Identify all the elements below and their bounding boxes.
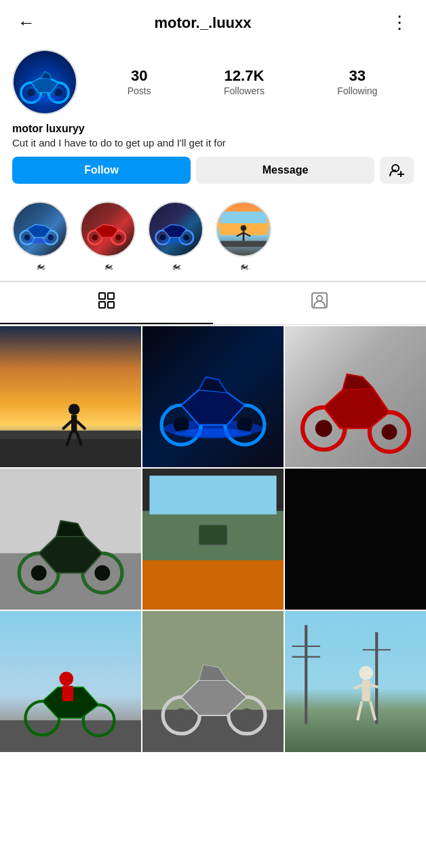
highlight-circle-3 [148,201,204,257]
svg-point-86 [359,666,373,680]
following-stat[interactable]: 33 Following [337,67,377,97]
highlight-1[interactable]: 🏍 [12,201,68,271]
following-label: Following [337,85,377,96]
grid-item-9[interactable]: ▶ [285,611,426,752]
svg-rect-30 [108,293,114,299]
svg-point-12 [26,239,52,243]
posts-label: Posts [128,85,151,96]
svg-rect-69 [0,720,141,752]
header: ← motor._.luuxx ⋮ [0,0,426,43]
followers-stat[interactable]: 12.7K Followers [224,67,265,97]
highlight-label-3: 🏍 [172,261,180,271]
follow-button[interactable]: Follow [12,157,191,184]
tab-bar [0,281,426,325]
svg-rect-66 [199,525,227,545]
highlight-label-2: 🏍 [104,261,113,271]
display-name: motor luxuryy [12,123,414,135]
svg-rect-29 [99,293,105,299]
add-person-icon [389,163,404,177]
highlight-moto-2 [84,212,132,247]
grid-item-7[interactable]: ▶ [0,611,141,752]
photo-grid: ▶ ▶ ▶ [0,326,426,752]
svg-point-54 [315,420,332,437]
message-button[interactable]: Message [196,157,374,184]
svg-point-61 [94,565,110,580]
svg-rect-73 [62,686,74,701]
svg-rect-65 [149,475,276,514]
highlight-label-1: 🏍 [36,261,45,271]
header-title: motor._.luuxx [20,14,385,32]
svg-point-55 [381,425,397,440]
highlight-3[interactable]: 🏍 [148,201,204,271]
menu-button[interactable]: ⋮ [385,9,414,36]
svg-point-50 [174,429,252,439]
svg-rect-36 [0,435,141,467]
grid-item-6[interactable]: ▶ [285,469,426,610]
tab-grid[interactable] [0,282,213,324]
grid-icon [98,292,115,313]
grid-item-5[interactable]: ▶ [142,469,284,610]
svg-point-25 [241,225,247,231]
svg-rect-39 [71,415,77,433]
svg-point-60 [31,565,47,580]
svg-point-38 [69,403,80,415]
grid-item-1[interactable] [0,326,141,467]
grid-item-8[interactable] [142,611,284,752]
svg-point-2 [27,89,35,96]
highlight-person-4 [220,212,267,247]
followers-label: Followers [224,85,265,96]
tab-tagged[interactable] [213,282,426,324]
highlight-2[interactable]: 🏍 [80,201,136,271]
profile-info-row: 30 Posts 12.7K Followers 33 Following [12,50,414,115]
grid-item-3[interactable] [285,326,426,467]
highlight-moto-1 [16,212,64,247]
tagged-icon [311,292,328,313]
profile-section: 30 Posts 12.7K Followers 33 Following mo… [0,43,426,197]
svg-point-79 [240,709,254,723]
highlight-4[interactable]: 🏍 [216,201,271,271]
svg-point-4 [26,96,63,102]
svg-point-34 [317,296,322,301]
svg-rect-24 [220,241,267,247]
svg-rect-87 [362,680,370,701]
stats-row: 30 Posts 12.7K Followers 33 Following [91,67,414,97]
svg-rect-64 [142,560,284,610]
add-friend-button[interactable] [380,157,414,184]
following-count: 33 [337,67,377,85]
posts-count: 30 [128,67,151,85]
highlights-row: 🏍 🏍 🏍 [0,197,426,281]
svg-point-21 [161,239,187,243]
highlight-moto-3 [152,212,199,247]
svg-rect-67 [285,469,426,610]
svg-point-3 [55,89,62,96]
followers-count: 12.7K [224,67,265,85]
posts-stat[interactable]: 30 Posts [128,67,151,97]
highlight-circle-2 [80,201,136,257]
grid-item-2[interactable] [142,326,284,467]
svg-rect-31 [99,302,105,308]
action-buttons: Follow Message [12,157,414,184]
svg-point-16 [115,235,121,241]
grid-item-4[interactable] [0,469,141,610]
avatar[interactable] [12,50,77,115]
svg-point-78 [174,709,189,723]
svg-point-15 [92,235,98,241]
highlight-label-4: 🏍 [239,261,248,271]
svg-point-72 [59,671,73,686]
bio-text: Cut it and I have to do to get up and I'… [12,137,414,149]
svg-rect-32 [108,302,114,308]
highlight-circle-1 [12,201,68,257]
highlight-circle-4 [216,201,271,257]
